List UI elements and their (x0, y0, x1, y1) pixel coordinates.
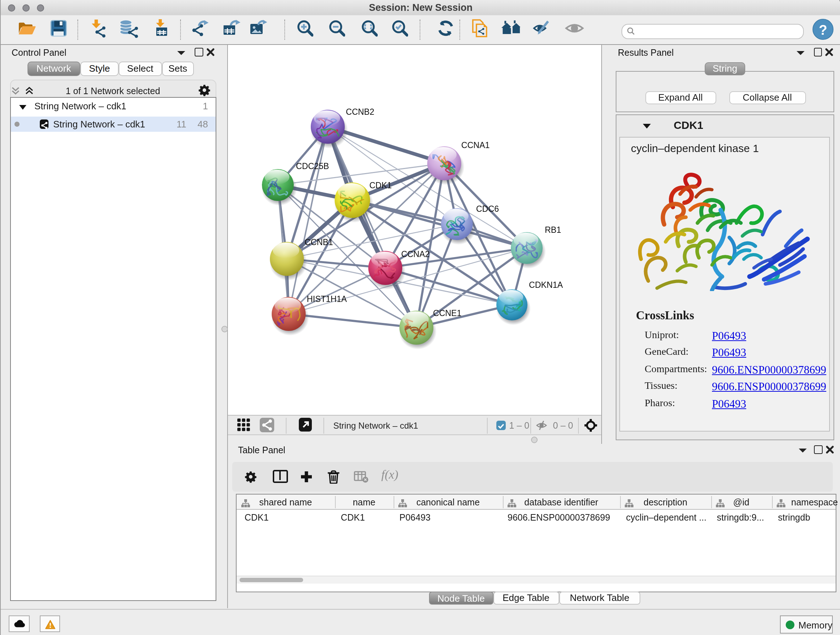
svg-text:CDC25B: CDC25B (296, 162, 329, 171)
svg-text:CCNA1: CCNA1 (461, 141, 490, 150)
svg-text:RB1: RB1 (545, 225, 561, 234)
svg-text:CDKN1A: CDKN1A (529, 280, 563, 290)
svg-text:CCNA2: CCNA2 (401, 249, 430, 259)
svg-text:CCNE1: CCNE1 (433, 309, 462, 318)
svg-text:CCNB1: CCNB1 (305, 238, 333, 247)
svg-text:CDC6: CDC6 (476, 204, 499, 214)
svg-text:CDK1: CDK1 (369, 181, 392, 190)
svg-text:CCNB2: CCNB2 (346, 107, 374, 117)
svg-text:HIST1H1A: HIST1H1A (307, 295, 347, 304)
